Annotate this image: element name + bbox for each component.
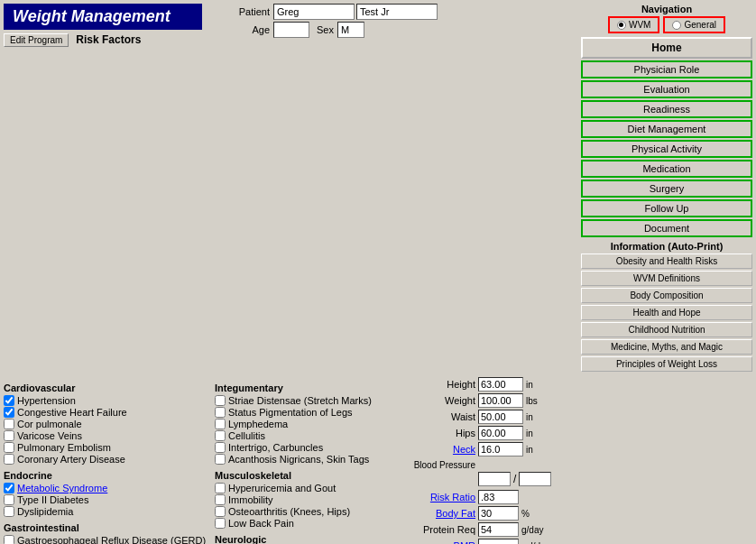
checkbox-hypertension[interactable] xyxy=(4,395,14,406)
link-metabolic-syndrome[interactable]: Metabolic Syndrome xyxy=(17,483,107,493)
nav-button-physician-role[interactable]: Physician Role xyxy=(581,60,752,78)
list-item: Congestive Heart Failure xyxy=(4,407,211,418)
height-label: Height xyxy=(408,379,475,390)
checkbox-metabolic-syndrome[interactable] xyxy=(4,483,14,493)
mid-panel: Integumentary Striae Distensae (Stretch … xyxy=(215,377,404,544)
neck-input[interactable] xyxy=(478,442,523,456)
body-fat-unit: % xyxy=(521,509,530,519)
neck-link[interactable]: Neck xyxy=(408,444,475,455)
checkbox-intertrigo--carbuncles[interactable] xyxy=(215,442,226,453)
checkbox-type-ii-diabetes[interactable] xyxy=(4,494,14,505)
cardiovascular-title: Cardiovascular xyxy=(4,383,211,393)
general-radio[interactable]: General xyxy=(663,16,725,33)
checkbox-low-back-pain[interactable] xyxy=(215,518,226,529)
list-item: Hyperuricemia and Gout xyxy=(215,483,404,493)
info-button-medicine--myths--and-magic[interactable]: Medicine, Myths, and Magic xyxy=(581,339,752,355)
checkbox-cellulitis[interactable] xyxy=(215,430,226,441)
general-radio-dot xyxy=(672,21,681,30)
risk-ratio-link[interactable]: Risk Ratio xyxy=(408,492,475,503)
bp-bottom-input[interactable] xyxy=(519,472,551,486)
checkbox-label: Low Back Pain xyxy=(228,518,294,529)
info-button-obesity-and-health-risks[interactable]: Obesity and Health Risks xyxy=(581,254,752,269)
neurologic-title: Neurologic xyxy=(215,534,404,544)
patient-first-name[interactable] xyxy=(273,4,355,20)
endocrine-title: Endocrine xyxy=(4,470,211,481)
weight-input[interactable] xyxy=(478,393,523,408)
checkbox-coronary-artery-disease[interactable] xyxy=(4,454,14,465)
checkbox-lymphedema[interactable] xyxy=(215,419,226,429)
checkbox-pulmonary-embolism[interactable] xyxy=(4,442,14,453)
height-input[interactable] xyxy=(478,377,523,392)
protein-req-input[interactable] xyxy=(478,522,519,537)
list-item: Striae Distensae (Stretch Marks) xyxy=(215,395,404,406)
wvm-radio-dot xyxy=(617,21,626,30)
checkbox-label: Coronary Artery Disease xyxy=(17,454,125,465)
bmr-input[interactable] xyxy=(478,539,519,544)
list-item: Hypertension xyxy=(4,395,211,406)
weight-label: Weight xyxy=(408,395,475,406)
sex-input[interactable] xyxy=(337,22,364,38)
checkbox-label: Osteoarthritis (Knees, Hips) xyxy=(228,506,350,517)
bp-label: Blood Pressure xyxy=(408,460,475,470)
neck-unit: in xyxy=(526,445,533,455)
main-container: Weight Management Edit Program Risk Fact… xyxy=(0,0,756,544)
checkbox-label: Gastroesophageal Reflux Disease (GERD) xyxy=(17,535,206,544)
checkbox-osteoarthritis--knees--hips-[interactable] xyxy=(215,506,226,517)
waist-input[interactable] xyxy=(478,410,523,424)
home-button[interactable]: Home xyxy=(581,37,752,59)
age-input[interactable] xyxy=(273,22,309,38)
list-item: Cor pulmonale xyxy=(4,419,211,429)
checkbox-gastroesophageal-reflux-disease--gerd-[interactable] xyxy=(4,535,14,544)
navigation-panel: Navigation WVM General Home Physician Ro… xyxy=(581,4,752,373)
wvm-radio[interactable]: WVM xyxy=(608,16,659,33)
patient-last-name[interactable] xyxy=(356,4,438,20)
info-button-body-composition[interactable]: Body Composition xyxy=(581,288,752,303)
list-item: Dyslipidemia xyxy=(4,506,211,517)
list-item: Intertrigo, Carbuncles xyxy=(215,442,404,453)
list-item: Coronary Artery Disease xyxy=(4,454,211,465)
checkbox-congestive-heart-failure[interactable] xyxy=(4,407,14,418)
information-title: Information (Auto-Print) xyxy=(581,241,752,252)
edit-program-button[interactable]: Edit Program xyxy=(4,33,69,47)
nav-button-physical-activity[interactable]: Physical Activity xyxy=(581,140,752,158)
info-button-wvm-definitions[interactable]: WVM Definitions xyxy=(581,271,752,286)
nav-button-diet-management[interactable]: Diet Management xyxy=(581,120,752,138)
info-button-principles-of-weight-loss[interactable]: Principles of Weight Loss xyxy=(581,356,752,372)
checkbox-acanthosis-nigricans--skin-tags[interactable] xyxy=(215,454,226,465)
musculoskeletal-title: Musculoskeletal xyxy=(215,470,404,481)
checkbox-striae-distensae--stretch-marks-[interactable] xyxy=(215,395,226,406)
hips-input[interactable] xyxy=(478,426,523,440)
app-title: Weight Management xyxy=(4,4,202,30)
checkbox-dyslipidemia[interactable] xyxy=(4,506,14,517)
checkbox-label: Congestive Heart Failure xyxy=(17,407,127,418)
body-fat-input[interactable] xyxy=(478,506,519,521)
waist-unit: in xyxy=(526,412,533,422)
nav-button-readiness[interactable]: Readiness xyxy=(581,100,752,118)
left-panel: Cardiovascular HypertensionCongestive He… xyxy=(4,377,211,544)
bmr-link[interactable]: BMR xyxy=(408,540,475,544)
nav-button-document[interactable]: Document xyxy=(581,219,752,237)
checkbox-label: Dyslipidemia xyxy=(17,506,73,517)
list-item: Osteoarthritis (Knees, Hips) xyxy=(215,506,404,517)
risk-factors-label: Risk Factors xyxy=(76,33,141,46)
checkbox-immobility[interactable] xyxy=(215,494,226,505)
checkbox-cor-pulmonale[interactable] xyxy=(4,419,14,429)
nav-buttons-container: Physician RoleEvaluationReadinessDiet Ma… xyxy=(581,60,752,237)
protein-req-unit: g/day xyxy=(521,525,543,535)
checkbox-label: Immobility xyxy=(228,494,273,505)
info-button-health-and-hope[interactable]: Health and Hope xyxy=(581,305,752,320)
checkbox-hyperuricemia-and-gout[interactable] xyxy=(215,483,226,493)
risk-ratio-input[interactable] xyxy=(478,490,519,504)
content-area: Cardiovascular HypertensionCongestive He… xyxy=(4,377,752,544)
checkbox-status-pigmentation-of-legs[interactable] xyxy=(215,407,226,418)
checkbox-varicose-veins[interactable] xyxy=(4,430,14,441)
checkbox-label: Varicose Veins xyxy=(17,430,82,441)
nav-button-surgery[interactable]: Surgery xyxy=(581,180,752,198)
nav-button-follow-up[interactable]: Follow Up xyxy=(581,199,752,217)
bp-top-input[interactable] xyxy=(478,472,511,486)
body-fat-link[interactable]: Body Fat xyxy=(408,508,475,519)
nav-button-medication[interactable]: Medication xyxy=(581,160,752,178)
nav-button-evaluation[interactable]: Evaluation xyxy=(581,80,752,98)
checkbox-label: Type II Diabetes xyxy=(17,494,89,505)
info-button-childhood-nutrition[interactable]: Childhood Nutrition xyxy=(581,322,752,337)
